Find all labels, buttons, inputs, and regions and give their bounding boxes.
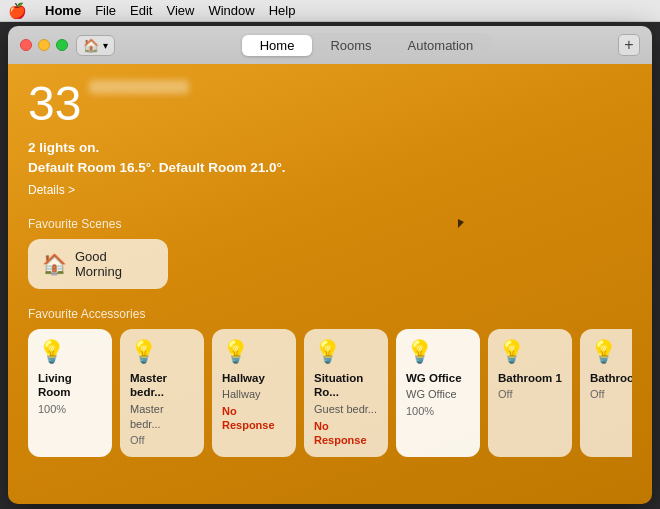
acc-sub-situation: No Response	[314, 419, 378, 448]
bulb-icon-living-room: 💡	[38, 339, 102, 365]
accessory-situation-room[interactable]: 💡 Situation Ro... Guest bedr... No Respo…	[304, 329, 388, 458]
scene-home-icon: 🏠	[42, 252, 67, 276]
maximize-button[interactable]	[56, 39, 68, 51]
acc-sub-living-room: 100%	[38, 402, 102, 416]
menu-file[interactable]: File	[95, 3, 116, 18]
apple-menu[interactable]: 🍎	[8, 2, 27, 20]
close-button[interactable]	[20, 39, 32, 51]
temperature-display: 33	[28, 80, 81, 128]
acc-sub-wg-office: 100%	[406, 404, 470, 418]
accessories-section-label: Favourite Accessories	[28, 307, 632, 321]
app-window: 🏠 ▾ Home Rooms Automation + 33 2 lights …	[8, 26, 652, 504]
details-link[interactable]: Details >	[28, 183, 632, 197]
scene-name-good-morning: Good Morning	[75, 249, 154, 279]
accessory-hallway[interactable]: 💡 Hallway Hallway No Response	[212, 329, 296, 458]
tab-rooms[interactable]: Rooms	[312, 35, 389, 56]
menu-view[interactable]: View	[166, 3, 194, 18]
menu-help[interactable]: Help	[269, 3, 296, 18]
menu-home[interactable]: Home	[45, 3, 81, 18]
lights-status: 2 lights on. Default Room 16.5°. Default…	[28, 138, 632, 179]
menu-edit[interactable]: Edit	[130, 3, 152, 18]
accessory-wg-office[interactable]: 💡 WG Office WG Office 100%	[396, 329, 480, 458]
acc-sub2-master-bedr: Master bedr...	[130, 402, 194, 431]
home-icon: 🏠	[83, 38, 99, 53]
accessory-bathroom-2[interactable]: 💡 Bathroom 2 Off	[580, 329, 632, 458]
header-info: 33 2 lights on. Default Room 16.5°. Defa…	[28, 80, 632, 197]
main-content: 33 2 lights on. Default Room 16.5°. Defa…	[8, 64, 652, 504]
blurred-info-bar	[89, 80, 189, 94]
acc-sub2-hallway: Hallway	[222, 387, 286, 401]
acc-name-master-bedr: Master bedr...	[130, 371, 194, 401]
accessory-living-room[interactable]: 💡 Living Room 100%	[28, 329, 112, 458]
bulb-icon-situation: 💡	[314, 339, 378, 365]
tab-bar: Home Rooms Automation	[240, 33, 494, 58]
acc-sub-hallway: No Response	[222, 404, 286, 433]
bulb-icon-bathroom-2: 💡	[590, 339, 632, 365]
acc-name-bathroom-2: Bathroom 2	[590, 371, 632, 386]
acc-name-wg-office: WG Office	[406, 371, 470, 386]
accessory-bathroom-1[interactable]: 💡 Bathroom 1 Off	[488, 329, 572, 458]
minimize-button[interactable]	[38, 39, 50, 51]
acc-sub-bathroom-1: Off	[498, 387, 562, 401]
bulb-icon-wg-office: 💡	[406, 339, 470, 365]
bulb-icon-master-bedr: 💡	[130, 339, 194, 365]
tab-automation[interactable]: Automation	[390, 35, 492, 56]
scene-card-good-morning[interactable]: 🏠 Good Morning	[28, 239, 168, 289]
home-chevron-icon: ▾	[103, 40, 108, 51]
bulb-icon-hallway: 💡	[222, 339, 286, 365]
accessories-row: 💡 Living Room 100% 💡 Master bedr... Mast…	[28, 329, 632, 458]
tab-home[interactable]: Home	[242, 35, 313, 56]
home-icon-button[interactable]: 🏠 ▾	[76, 35, 115, 56]
title-bar: 🏠 ▾ Home Rooms Automation +	[8, 26, 652, 64]
add-button[interactable]: +	[618, 34, 640, 56]
acc-name-hallway: Hallway	[222, 371, 286, 386]
scenes-section-label: Favourite Scenes	[28, 217, 632, 231]
acc-name-living-room: Living Room	[38, 371, 102, 401]
menu-window[interactable]: Window	[208, 3, 254, 18]
acc-sub-bathroom-2: Off	[590, 387, 632, 401]
acc-name-bathroom-1: Bathroom 1	[498, 371, 562, 386]
accessory-master-bedroom[interactable]: 💡 Master bedr... Master bedr... Off	[120, 329, 204, 458]
acc-name-situation: Situation Ro...	[314, 371, 378, 401]
acc-sub2-wg-office: WG Office	[406, 387, 470, 401]
menu-bar: 🍎 Home File Edit View Window Help	[0, 0, 660, 22]
scenes-row: 🏠 Good Morning	[28, 239, 632, 289]
acc-sub-master-bedr: Off	[130, 433, 194, 447]
traffic-lights	[20, 39, 68, 51]
bulb-icon-bathroom-1: 💡	[498, 339, 562, 365]
acc-sub2-situation: Guest bedr...	[314, 402, 378, 416]
